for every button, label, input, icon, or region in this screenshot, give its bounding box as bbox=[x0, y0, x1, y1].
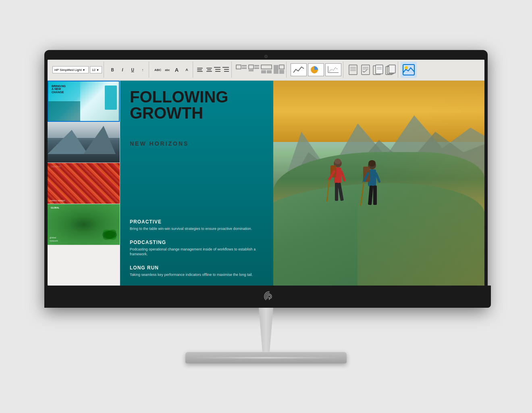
content-item-1: PROACTIVE Bring to the table win-win sur… bbox=[130, 219, 264, 232]
monitor-display: HP Simplified Light ▼ 12 ▼ B I bbox=[44, 50, 488, 363]
svg-rect-1 bbox=[215, 69, 220, 70]
layout-icon-2[interactable] bbox=[248, 65, 260, 75]
abc-small-button[interactable]: abc bbox=[164, 65, 171, 74]
section3-title: LONG RUN bbox=[130, 265, 264, 271]
hikers-svg bbox=[316, 151, 396, 224]
font-name-label: HP Simplified Light bbox=[54, 68, 81, 72]
chart-section bbox=[289, 62, 343, 78]
hp-logo bbox=[263, 291, 275, 302]
section2-title: PODCASTING bbox=[130, 240, 264, 245]
italic-button[interactable]: I bbox=[118, 65, 127, 74]
content-item-3: LONG RUN Taking seamless key performance… bbox=[130, 265, 264, 277]
svg-rect-10 bbox=[254, 65, 259, 67]
image-section bbox=[401, 62, 417, 78]
svg-rect-26 bbox=[362, 65, 370, 75]
svg-rect-5 bbox=[224, 71, 229, 72]
slide1-title: BRINGINGA NEWCHANGE bbox=[52, 85, 66, 94]
abc-section: ABC abc A A bbox=[152, 62, 193, 78]
svg-rect-6 bbox=[236, 65, 241, 69]
svg-rect-4 bbox=[224, 69, 229, 70]
svg-rect-22 bbox=[349, 65, 357, 75]
slide-thumb-3[interactable]: CREATIVE pattern design bbox=[48, 163, 120, 204]
section1-text: Bring to the table win-win survival stra… bbox=[130, 226, 264, 232]
svg-point-44 bbox=[335, 159, 341, 164]
content-item-2: PODCASTING Podcasting operational change… bbox=[130, 240, 264, 257]
align-left-icon[interactable] bbox=[197, 67, 204, 73]
svg-line-50 bbox=[341, 171, 345, 180]
slide-panel: BRINGINGA NEWCHANGE GLOBAL bbox=[48, 81, 120, 286]
font-name-select[interactable]: HP Simplified Light ▼ bbox=[52, 66, 89, 73]
layout-icon-1[interactable] bbox=[236, 65, 247, 75]
slide-thumb-4[interactable]: GLOBAL globalnetwork bbox=[48, 204, 120, 245]
image-icon[interactable] bbox=[402, 64, 415, 76]
slide4-title: GLOBAL bbox=[51, 206, 59, 209]
alignment-section bbox=[195, 62, 232, 78]
font-dropdown-icon[interactable]: ▼ bbox=[82, 69, 85, 71]
text-format-section: B I U ↑ bbox=[106, 62, 149, 78]
spacing-icon[interactable] bbox=[214, 67, 221, 73]
slide-left-panel: FOLLOWING GROWTH NEW HORIZONS PROACTIVE … bbox=[120, 81, 273, 286]
svg-rect-7 bbox=[242, 65, 247, 67]
font-size-select[interactable]: 12 ▼ bbox=[90, 66, 102, 73]
font-small-button[interactable]: A bbox=[182, 65, 191, 74]
svg-rect-16 bbox=[274, 65, 278, 74]
svg-line-60 bbox=[361, 181, 364, 206]
svg-point-53 bbox=[368, 160, 376, 167]
font-large-button[interactable]: A bbox=[172, 65, 181, 74]
monitor-bottom-bar bbox=[48, 286, 491, 308]
font-size-label: 12 bbox=[92, 68, 96, 72]
notes-icon[interactable] bbox=[347, 64, 359, 75]
slide-main-heading: FOLLOWING GROWTH bbox=[130, 89, 228, 121]
layout-icon-3[interactable] bbox=[261, 65, 272, 75]
hiking-scene bbox=[273, 81, 484, 286]
toolbar: HP Simplified Light ▼ 12 ▼ B I bbox=[48, 60, 484, 81]
doc-copy-icon[interactable] bbox=[372, 64, 384, 75]
line-chart-icon[interactable] bbox=[291, 63, 307, 76]
font-size-dropdown-icon[interactable]: ▼ bbox=[96, 69, 99, 71]
svg-rect-13 bbox=[261, 65, 272, 69]
svg-rect-48 bbox=[337, 183, 344, 201]
pie-chart-icon[interactable] bbox=[308, 63, 324, 76]
section1-title: PROACTIVE bbox=[130, 219, 264, 225]
checked-doc-icon[interactable] bbox=[360, 64, 371, 75]
slide-thumb-1[interactable]: BRINGINGA NEWCHANGE bbox=[48, 81, 120, 122]
underline-button[interactable]: U bbox=[128, 65, 137, 74]
section2-text: Podcasting operational change management… bbox=[130, 247, 264, 257]
layout-icon-4[interactable] bbox=[273, 65, 285, 75]
svg-rect-47 bbox=[335, 183, 338, 201]
svg-rect-12 bbox=[249, 70, 254, 71]
svg-rect-0 bbox=[214, 67, 220, 68]
slide-subheading: NEW HORIZONS bbox=[130, 140, 189, 147]
monitor-body: HP Simplified Light ▼ 12 ▼ B I bbox=[44, 50, 488, 308]
abc-button[interactable]: ABC bbox=[153, 65, 162, 74]
layout-section bbox=[234, 62, 287, 78]
svg-rect-17 bbox=[279, 65, 284, 69]
svg-rect-8 bbox=[242, 67, 247, 69]
svg-line-51 bbox=[327, 179, 329, 202]
align-center-icon[interactable] bbox=[206, 67, 213, 73]
svg-rect-2 bbox=[215, 71, 220, 72]
monitor-stand-neck bbox=[254, 308, 278, 352]
bold-button[interactable]: B bbox=[108, 65, 117, 74]
indent-icon[interactable] bbox=[222, 67, 230, 73]
slide-content-items: PROACTIVE Bring to the table win-win sur… bbox=[130, 219, 264, 277]
webcam-dot bbox=[264, 55, 268, 58]
monitor-stand-base bbox=[185, 352, 347, 363]
svg-rect-11 bbox=[254, 67, 259, 69]
svg-rect-18 bbox=[279, 70, 284, 74]
palm-svg bbox=[102, 227, 118, 243]
doc-stack-icon[interactable] bbox=[385, 64, 396, 75]
svg-rect-35 bbox=[389, 65, 395, 73]
svg-rect-3 bbox=[222, 67, 229, 68]
scatter-chart-icon[interactable] bbox=[325, 63, 341, 76]
slide-thumb-2[interactable]: GLOBAL bbox=[48, 122, 120, 163]
section3-text: Taking seamless key performance indicato… bbox=[130, 272, 264, 277]
main-canvas: FOLLOWING GROWTH NEW HORIZONS PROACTIVE … bbox=[120, 81, 484, 286]
content-area: BRINGINGA NEWCHANGE GLOBAL bbox=[48, 81, 484, 286]
svg-rect-57 bbox=[373, 186, 377, 205]
svg-rect-56 bbox=[368, 186, 373, 205]
font-section: HP Simplified Light ▼ 12 ▼ bbox=[51, 62, 104, 78]
svg-rect-30 bbox=[376, 65, 383, 74]
up-arrow-button[interactable]: ↑ bbox=[138, 65, 147, 74]
svg-rect-14 bbox=[261, 70, 266, 73]
